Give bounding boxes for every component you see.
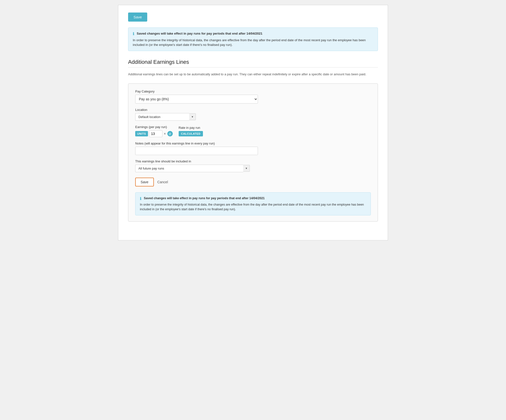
section-divider: [128, 67, 378, 67]
units-badge: UNITS: [135, 131, 148, 136]
location-label: Location: [135, 108, 371, 112]
bottom-banner-title: Saved changes will take effect in pay ru…: [144, 196, 265, 201]
rate-icon-button[interactable]: @: [167, 131, 173, 136]
top-info-banner: ℹ Saved changes will take effect in pay …: [128, 27, 378, 51]
include-label: This earnings line should be included in: [135, 159, 371, 163]
pay-category-label: Pay Category: [135, 90, 371, 93]
section-description: Additional earnings lines can be set up …: [128, 72, 378, 76]
earnings-input-row: UNITS × @: [135, 130, 173, 137]
top-save-button[interactable]: Save: [128, 13, 147, 22]
form-save-button[interactable]: Save: [135, 178, 154, 186]
top-banner-body: In order to preserve the integrity of hi…: [133, 38, 373, 47]
location-group: Location ▾: [135, 108, 371, 121]
section-title: Additional Earnings Lines: [128, 59, 378, 65]
form-card: Pay Category Pay as you go (8%) Location…: [128, 83, 378, 222]
location-dropdown-button[interactable]: ▾: [189, 113, 196, 120]
pay-category-select[interactable]: Pay as you go (8%): [135, 95, 258, 104]
bottom-info-banner: ℹ Saved changes will take effect in pay …: [135, 192, 371, 215]
rate-group: Rate in pay run CALCULATED: [179, 126, 203, 136]
rate-input-row: CALCULATED: [179, 131, 203, 136]
form-cancel-button[interactable]: Cancel: [157, 180, 168, 184]
earnings-label: Earnings (per pay run): [135, 125, 173, 129]
units-value-input[interactable]: [149, 130, 162, 137]
include-select-row: ▾: [135, 165, 371, 172]
info-icon-bottom: ℹ: [140, 196, 141, 202]
include-dropdown-button[interactable]: ▾: [243, 165, 250, 172]
info-icon-top: ℹ: [133, 31, 134, 37]
location-row: ▾: [135, 113, 371, 121]
page-wrapper: Save ℹ Saved changes will take effect in…: [118, 5, 388, 240]
earnings-group: Earnings (per pay run) UNITS × @: [135, 125, 173, 137]
pay-category-group: Pay Category Pay as you go (8%): [135, 90, 371, 104]
notes-input[interactable]: [135, 147, 258, 155]
location-input[interactable]: [135, 113, 189, 121]
notes-label: Notes (will appear for this earnings lin…: [135, 142, 371, 145]
top-banner-title: Saved changes will take effect in pay ru…: [137, 31, 262, 36]
bottom-banner-body: In order to preserve the integrity of hi…: [140, 202, 366, 212]
earnings-row: Earnings (per pay run) UNITS × @ Rate in…: [135, 125, 371, 137]
calculated-badge: CALCULATED: [179, 131, 203, 136]
notes-group: Notes (will appear for this earnings lin…: [135, 142, 371, 155]
include-group: This earnings line should be included in…: [135, 159, 371, 172]
include-input[interactable]: [135, 165, 243, 172]
bottom-actions: Save Cancel: [135, 178, 371, 186]
multiply-separator: ×: [164, 132, 166, 136]
rate-in-pay-run-label: Rate in pay run: [179, 126, 203, 130]
rate-icon: @: [169, 132, 171, 135]
